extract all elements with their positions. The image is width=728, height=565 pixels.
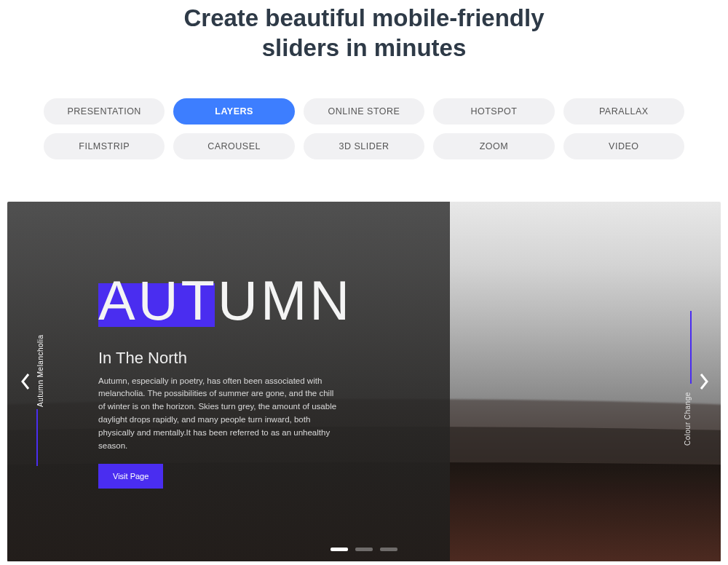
tab-presentation[interactable]: PRESENTATION (44, 98, 165, 125)
tab-layers[interactable]: LAYERS (173, 98, 294, 125)
tab-hotspot[interactable]: HOTSPOT (433, 98, 554, 125)
next-slide-label: Colour Change (684, 387, 692, 446)
tab-3d-slider[interactable]: 3D SLIDER (304, 133, 424, 159)
tab-parallax[interactable]: PARALLAX (563, 98, 684, 125)
hero-headline: Create beautiful mobile-friendly sliders… (0, 0, 728, 63)
next-slide-accent (690, 311, 692, 384)
pager-dot-3[interactable] (380, 548, 397, 551)
next-arrow-button[interactable] (693, 371, 715, 392)
tab-filmstrip[interactable]: FILMSTRIP (44, 133, 165, 159)
chevron-right-icon (697, 372, 711, 391)
slide-title-wrap: AUTUMN (98, 273, 443, 328)
slide-title: AUTUMN (98, 273, 443, 328)
slide-subtitle: In The North (98, 349, 187, 368)
pager-dot-2[interactable] (355, 548, 373, 551)
tab-online-store[interactable]: ONLINE STORE (304, 98, 424, 125)
visit-page-button[interactable]: Visit Page (98, 464, 163, 489)
headline-line1: Create beautiful mobile-friendly (183, 4, 544, 31)
prev-slide-accent (36, 409, 38, 466)
pager-dot-1[interactable] (331, 548, 348, 551)
slide-body-text: Autumn, especially in poetry, has often … (98, 375, 339, 453)
tab-zoom[interactable]: ZOOM (433, 133, 554, 159)
slide-pager (7, 548, 721, 551)
slider-type-tabs: PRESENTATION LAYERS ONLINE STORE HOTSPOT… (44, 98, 684, 159)
slider-preview: AUTUMN In The North Autumn, especially i… (7, 202, 721, 561)
slide-text-panel: AUTUMN In The North Autumn, especially i… (7, 202, 450, 561)
chevron-left-icon (18, 372, 33, 391)
prev-arrow-button[interactable] (15, 371, 36, 392)
headline-line2: sliders in minutes (262, 34, 467, 61)
tab-carousel[interactable]: CAROUSEL (173, 133, 294, 159)
prev-slide-label: Autumn Melancholia (36, 320, 44, 407)
tab-video[interactable]: VIDEO (563, 133, 684, 159)
